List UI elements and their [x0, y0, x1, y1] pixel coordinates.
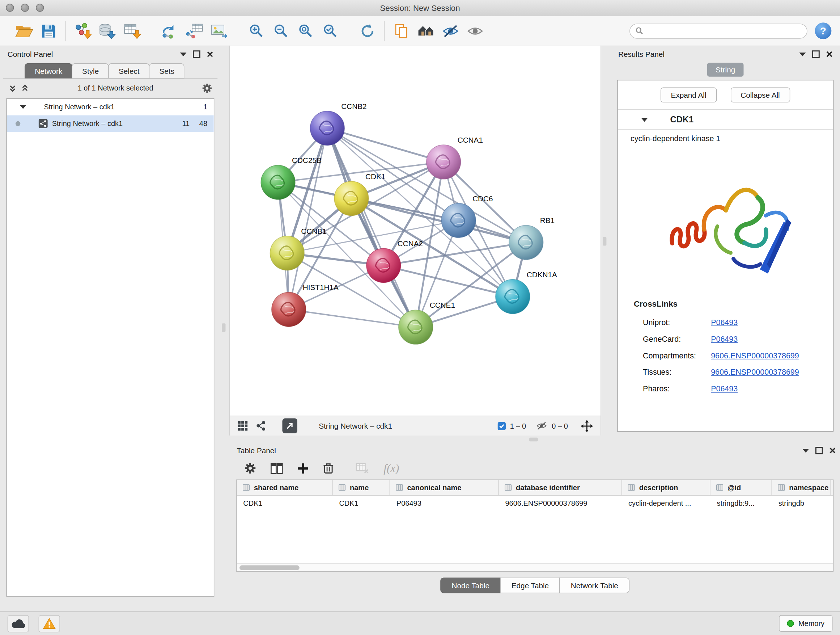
- table-cell[interactable]: 9606.ENSP00000378699: [499, 496, 622, 510]
- add-column-icon[interactable]: [297, 463, 309, 474]
- network-canvas[interactable]: CCNB2CCNA1CDC25BCDK1CDC6RB1CCNB1CCNA2CDK…: [230, 46, 600, 416]
- splitter-handle[interactable]: [222, 323, 225, 332]
- network-node-HIST1H1A[interactable]: HIST1H1A: [272, 283, 339, 326]
- birdseye-view-icon[interactable]: [256, 420, 266, 431]
- crosslink-pharos-link[interactable]: P06493: [711, 384, 737, 393]
- zoom-selected-icon[interactable]: [317, 19, 342, 43]
- network-row-selected[interactable]: String Network – cdk1 11 48: [7, 116, 214, 132]
- hidden-eye-icon[interactable]: [536, 421, 548, 431]
- hide-selected-icon[interactable]: [438, 19, 463, 43]
- expand-all-button[interactable]: Expand All: [660, 87, 716, 102]
- scrollbar-thumb[interactable]: [240, 565, 300, 570]
- tab-sets[interactable]: Sets: [149, 63, 185, 79]
- search-box[interactable]: [630, 23, 807, 38]
- help-icon[interactable]: ?: [815, 22, 831, 39]
- panel-close-icon[interactable]: [826, 51, 833, 57]
- open-session-icon[interactable]: [12, 19, 36, 43]
- column-header-description[interactable]: description: [622, 480, 710, 495]
- network-node-CCNB2[interactable]: CCNB2: [310, 102, 366, 146]
- tab-network[interactable]: Network: [25, 63, 73, 79]
- import-network-file-icon[interactable]: [70, 19, 95, 43]
- tree-expand-icon[interactable]: [20, 105, 27, 109]
- panel-menu-icon[interactable]: [799, 52, 806, 56]
- splitter-handle[interactable]: [529, 438, 538, 441]
- table-cell[interactable]: stringdb: [772, 496, 831, 510]
- panel-close-icon[interactable]: [829, 447, 836, 454]
- crosslink-tissues-link[interactable]: 9606.ENSP00000378699: [711, 367, 799, 376]
- tab-node-table[interactable]: Node Table: [440, 578, 501, 593]
- results-panel-title: Results Panel: [618, 50, 665, 59]
- delete-column-icon[interactable]: [323, 462, 334, 474]
- collapse-all-button[interactable]: Collapse All: [730, 87, 790, 102]
- save-session-icon[interactable]: [36, 19, 61, 43]
- column-header-canonical-name[interactable]: canonical name: [390, 480, 499, 495]
- copy-document-icon[interactable]: [389, 19, 414, 43]
- column-header-namespace[interactable]: namespace: [772, 480, 831, 495]
- tab-style[interactable]: Style: [72, 63, 109, 79]
- network-node-CDKN1A[interactable]: CDKN1A: [496, 271, 557, 314]
- network-node-RB1[interactable]: RB1: [509, 216, 554, 260]
- refresh-view-icon[interactable]: [355, 19, 380, 43]
- pan-move-icon[interactable]: [581, 420, 593, 432]
- network-edge[interactable]: [327, 128, 416, 327]
- selected-nodes-checkbox-icon[interactable]: [498, 422, 506, 430]
- zoom-fit-icon[interactable]: [293, 19, 317, 43]
- panel-float-icon[interactable]: [815, 447, 823, 454]
- panel-close-icon[interactable]: [207, 51, 213, 57]
- panel-float-icon[interactable]: [193, 50, 201, 58]
- panel-menu-icon[interactable]: [180, 52, 187, 56]
- network-options-gear-icon[interactable]: [202, 83, 212, 93]
- string-results-box: Expand All Collapse All CDK1 cyclin-depe…: [617, 80, 834, 432]
- table-cell[interactable]: cyclin-dependent ...: [622, 496, 710, 510]
- memory-button[interactable]: Memory: [779, 615, 833, 632]
- tab-select[interactable]: Select: [109, 63, 150, 79]
- network-node-CCNB1[interactable]: CCNB1: [270, 227, 326, 271]
- section-collapse-icon[interactable]: [641, 118, 648, 121]
- network-node-CDK1[interactable]: CDK1: [334, 172, 385, 216]
- import-table-icon[interactable]: [119, 19, 144, 43]
- network-edge[interactable]: [289, 128, 327, 310]
- column-header-name[interactable]: name: [333, 480, 390, 495]
- show-columns-icon[interactable]: [271, 463, 283, 474]
- string-dock-tab[interactable]: String: [707, 63, 744, 77]
- show-all-icon[interactable]: [463, 19, 487, 43]
- network-node-CCNA1[interactable]: CCNA1: [426, 136, 483, 179]
- import-network-database-icon[interactable]: [95, 19, 119, 43]
- grid-view-icon[interactable]: [237, 420, 248, 431]
- home-birdseye-icon[interactable]: [414, 19, 438, 43]
- clone-network-icon[interactable]: [157, 19, 182, 43]
- table-cell[interactable]: P06493: [390, 496, 499, 510]
- gene-name: CDK1: [670, 115, 694, 125]
- search-input[interactable]: [646, 27, 801, 35]
- table-row[interactable]: CDK1CDK1P064939606.ENSP00000378699cyclin…: [237, 496, 833, 510]
- table-options-gear-icon[interactable]: [244, 462, 256, 474]
- table-cell[interactable]: CDK1: [237, 496, 333, 510]
- zoom-out-icon[interactable]: [268, 19, 293, 43]
- network-from-table-icon[interactable]: [182, 19, 206, 43]
- table-cell[interactable]: stringdb:9...: [711, 496, 772, 510]
- export-image-icon[interactable]: [206, 19, 231, 43]
- gene-section-header[interactable]: CDK1: [617, 110, 833, 130]
- network-edge[interactable]: [289, 310, 416, 327]
- crosslink-genecard-link[interactable]: P06493: [711, 334, 737, 343]
- tab-network-table[interactable]: Network Table: [560, 578, 630, 593]
- cloud-status-icon[interactable]: [8, 615, 29, 632]
- network-edge[interactable]: [327, 128, 444, 162]
- column-header--id[interactable]: @id: [711, 480, 772, 495]
- export-network-icon[interactable]: [282, 418, 297, 433]
- collapse-all-networks-icon[interactable]: [21, 84, 29, 92]
- table-horizontal-scrollbar[interactable]: [237, 563, 833, 571]
- panel-float-icon[interactable]: [812, 50, 820, 58]
- expand-all-networks-icon[interactable]: [9, 84, 17, 92]
- network-collection-row[interactable]: String Network – cdk1 1: [7, 99, 214, 116]
- column-header-shared-name[interactable]: shared name: [237, 480, 333, 495]
- crosslink-uniprot-link[interactable]: P06493: [711, 318, 737, 326]
- splitter-handle[interactable]: [603, 237, 606, 246]
- zoom-in-icon[interactable]: [244, 19, 268, 43]
- crosslink-compartments-link[interactable]: 9606.ENSP00000378699: [711, 351, 799, 360]
- tab-edge-table[interactable]: Edge Table: [500, 578, 561, 593]
- table-cell[interactable]: CDK1: [333, 496, 390, 510]
- warning-icon[interactable]: [39, 615, 60, 632]
- panel-menu-icon[interactable]: [802, 448, 809, 452]
- column-header-database-identifier[interactable]: database identifier: [499, 480, 622, 495]
